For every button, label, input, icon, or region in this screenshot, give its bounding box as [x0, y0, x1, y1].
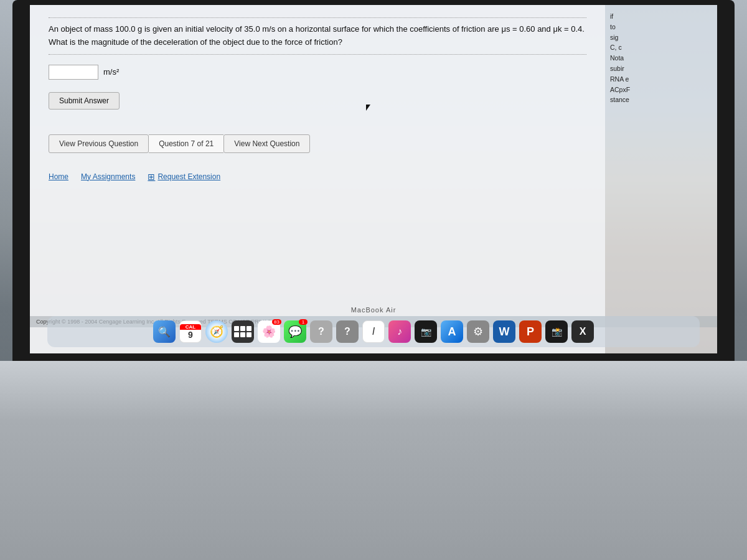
request-extension-label: Request Extension: [157, 172, 220, 181]
question-counter: Question 7 of 21: [149, 134, 223, 153]
dock-item-text[interactable]: I: [362, 320, 385, 343]
dock: 🔍 CAL 9 🧭 🌸 83: [47, 316, 700, 347]
question-text: An object of mass 100.0 g is given an in…: [49, 17, 586, 55]
nav-buttons-row: View Previous Question Question 7 of 21 …: [49, 134, 586, 153]
dock-item-camera[interactable]: 📸: [545, 320, 568, 343]
sidebar-line-9: stance: [610, 95, 712, 105]
sidebar-line-1: if: [610, 11, 712, 22]
dock-item-powerpoint[interactable]: P: [519, 320, 542, 343]
sidebar-line-4: C, c: [610, 42, 712, 53]
request-extension-link[interactable]: ⊞ Request Extension: [148, 172, 220, 182]
dock-item-photos[interactable]: 🌸 83: [258, 320, 280, 343]
sidebar-line-6: subir: [610, 63, 712, 74]
sidebar-line-8: ACpxF: [610, 85, 712, 95]
dock-item-calendar[interactable]: CAL 9: [179, 320, 202, 343]
dock-item-x[interactable]: X: [571, 320, 594, 343]
screen-content: An object of mass 100.0 g is given an in…: [30, 5, 717, 353]
sidebar-line-5: Nota: [610, 53, 712, 63]
mouse-cursor: [366, 105, 372, 111]
answer-input[interactable]: [49, 65, 98, 80]
answer-unit: m/s²: [103, 67, 119, 77]
sidebar-line-7: RNA e: [610, 74, 712, 85]
dock-item-help1[interactable]: ?: [310, 320, 332, 343]
view-next-question-button[interactable]: View Next Question: [223, 134, 310, 153]
dock-item-help2[interactable]: ?: [336, 320, 359, 343]
plus-icon: ⊞: [148, 172, 155, 182]
messages-badge: 1: [299, 319, 308, 325]
footer-links: Home My Assignments ⊞ Request Extension: [49, 172, 586, 182]
answer-row: m/s²: [49, 65, 586, 80]
screen-bezel: An object of mass 100.0 g is given an in…: [12, 0, 735, 361]
home-link[interactable]: Home: [49, 172, 68, 181]
sidebar-line-3: sig: [610, 32, 712, 43]
macbook-air-label: MacBook Air: [351, 306, 397, 314]
dock-item-launchpad[interactable]: [232, 320, 254, 343]
view-previous-question-button[interactable]: View Previous Question: [49, 134, 149, 153]
quiz-panel: An object of mass 100.0 g is given an in…: [30, 5, 605, 353]
dock-item-word[interactable]: W: [493, 320, 515, 343]
laptop-bottom: esc F1 F2 ⊞ F3 ⊟⊟⊟ F4 ☀ F5 ☼ F6 ◄◄ F7 ►‖…: [0, 361, 747, 560]
macbook-label-area: MacBook Air: [30, 304, 717, 315]
dock-item-messages[interactable]: 💬 1: [284, 320, 306, 343]
right-sidebar: if to sig C, c Nota subir RNA e ACpxF st…: [605, 5, 717, 353]
dock-item-finder[interactable]: 🔍: [153, 320, 176, 343]
submit-answer-button[interactable]: Submit Answer: [49, 92, 120, 110]
dock-item-safari[interactable]: 🧭: [205, 320, 228, 343]
dock-item-facetime[interactable]: 📷: [415, 320, 437, 343]
dock-item-system-prefs[interactable]: ⚙: [467, 320, 489, 343]
dock-item-appstore[interactable]: A: [441, 320, 463, 343]
my-assignments-link[interactable]: My Assignments: [81, 172, 135, 181]
sidebar-text: if to sig C, c Nota subir RNA e ACpxF st…: [610, 11, 712, 105]
photos-badge: 83: [272, 319, 281, 325]
dock-item-music[interactable]: ♪: [388, 320, 411, 343]
sidebar-line-2: to: [610, 22, 712, 32]
